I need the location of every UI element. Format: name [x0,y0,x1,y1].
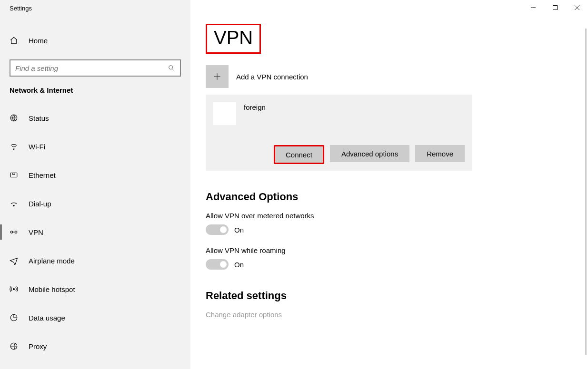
svg-point-7 [10,231,13,233]
connect-button[interactable]: Connect [274,145,324,164]
sidebar-item-status[interactable]: Status [0,104,190,132]
toggle-metered: Allow VPN over metered networks On [206,212,472,235]
nav-label: Dial-up [29,200,51,208]
svg-rect-5 [13,173,15,175]
search-input-container[interactable] [10,59,181,77]
minimize-button[interactable] [522,0,544,15]
home-label: Home [29,37,48,45]
add-vpn-row[interactable]: Add a VPN connection [206,65,472,88]
toggle-roaming-state: On [234,261,244,269]
nav-label: Mobile hotspot [29,285,75,293]
sidebar-item-airplane[interactable]: Airplane mode [0,246,190,275]
hotspot-icon [10,285,18,293]
svg-point-8 [15,231,17,233]
nav-label: Wi-Fi [29,143,45,151]
window-controls [522,0,588,15]
toggle-roaming-label: Allow VPN while roaming [206,246,472,254]
toggle-metered-state: On [234,226,244,234]
advanced-options-button[interactable]: Advanced options [330,145,409,162]
svg-rect-4 [10,173,17,177]
add-tile [206,65,229,88]
settings-sidebar: Settings Home Network & Internet [0,0,190,369]
remove-button[interactable]: Remove [415,145,465,162]
sidebar-item-datausage[interactable]: Data usage [0,303,190,332]
svg-point-6 [13,205,14,206]
toggle-metered-switch[interactable] [206,224,229,235]
nav-label: Status [29,114,49,122]
wifi-icon [10,142,18,151]
svg-point-3 [13,149,14,150]
airplane-icon [10,256,18,265]
page-title-highlight: VPN [206,24,261,54]
toggle-knob [220,261,227,268]
vpn-connection-icon [213,102,236,125]
page-title: VPN [214,27,253,49]
plus-icon [212,72,222,81]
sidebar-home[interactable]: Home [0,30,190,51]
svg-line-1 [172,69,174,70]
advanced-options-heading: Advanced Options [206,191,472,203]
window-title: Settings [0,0,190,21]
nav-label: Proxy [29,342,47,350]
nav-label: Data usage [29,314,65,322]
nav-label: Ethernet [29,171,56,179]
vpn-connection-name: foreign [244,102,266,111]
proxy-icon [10,342,18,350]
sidebar-section-label: Network & Internet [0,86,190,104]
toggle-roaming: Allow VPN while roaming On [206,246,472,270]
sidebar-item-proxy[interactable]: Proxy [0,332,190,360]
datausage-icon [10,313,18,322]
sidebar-item-ethernet[interactable]: Ethernet [0,161,190,189]
nav-label: VPN [29,228,43,236]
toggle-roaming-switch[interactable] [206,259,229,270]
vpn-icon [10,228,18,236]
search-icon [168,64,175,72]
sidebar-item-dialup[interactable]: Dial-up [0,189,190,218]
add-vpn-label: Add a VPN connection [236,73,308,81]
toggle-metered-label: Allow VPN over metered networks [206,212,472,220]
dialup-icon [10,199,18,208]
related-settings-heading: Related settings [206,290,472,302]
sidebar-item-hotspot[interactable]: Mobile hotspot [0,275,190,303]
nav-label: Airplane mode [29,257,75,265]
svg-point-0 [169,66,173,69]
main-content: VPN Add a VPN connection foreign Connect [190,0,588,369]
svg-point-9 [13,289,15,290]
sidebar-item-vpn[interactable]: VPN [0,218,190,246]
change-adapter-link[interactable]: Change adapter options [206,311,472,319]
vpn-connection-item[interactable]: foreign Connect Advanced options Remove [206,95,472,171]
svg-rect-13 [553,6,558,10]
ethernet-icon [10,171,18,179]
home-icon [10,36,18,45]
maximize-button[interactable] [544,0,566,15]
toggle-knob [220,226,227,233]
close-button[interactable] [566,0,588,15]
sidebar-item-wifi[interactable]: Wi-Fi [0,132,190,161]
search-input[interactable] [15,64,168,72]
status-icon [10,114,18,122]
scrollbar[interactable] [585,29,587,355]
